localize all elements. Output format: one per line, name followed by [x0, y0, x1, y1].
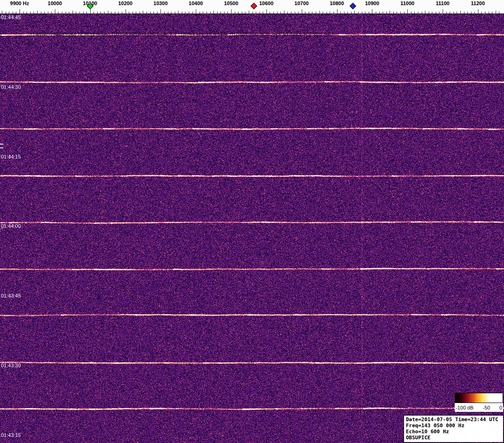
ruler-tick: [263, 12, 263, 13]
time-offset-annotation: ^t+39: [21, 40, 34, 46]
marker-blue[interactable]: [350, 3, 356, 9]
ruler-tick: [362, 12, 362, 13]
ruler-tick: [206, 12, 207, 13]
ruler-tick: [414, 12, 415, 13]
freq-tick-label: 10800: [330, 0, 344, 6]
ruler-tick: [48, 12, 48, 13]
ruler-tick: [115, 12, 115, 13]
ruler-tick: [467, 12, 468, 13]
ruler-tick: [404, 12, 405, 13]
ruler-tick: [150, 12, 151, 13]
ruler-tick: [326, 12, 327, 13]
spectrogram-canvas[interactable]: [0, 14, 504, 443]
ruler-tick: [55, 9, 55, 13]
ruler-tick: [397, 12, 397, 13]
time-label: 01:44:30: [1, 84, 21, 90]
ruler-tick: [436, 12, 436, 13]
ruler-tick: [393, 12, 394, 13]
db-mid-label: -50: [483, 405, 490, 410]
ruler-tick: [73, 11, 73, 13]
ruler-tick: [146, 12, 147, 13]
ruler-tick: [439, 12, 439, 13]
ruler-tick: [185, 12, 186, 13]
ruler-tick: [182, 12, 182, 13]
ruler-tick: [386, 12, 387, 13]
info-date-time: Date=2014-07-05 Time=23:44 UTC: [406, 417, 501, 423]
ruler-tick: [369, 12, 369, 13]
ruler-tick: [86, 12, 87, 13]
freq-tick-label: 10500: [224, 0, 239, 6]
ruler-tick: [287, 12, 288, 13]
time-tick-mark: [0, 144, 3, 145]
ruler-tick: [400, 12, 401, 13]
db-scale-legend: -100 dB -50 0: [455, 393, 503, 412]
freq-tick-label: 10200: [118, 0, 133, 6]
ruler-tick: [312, 12, 312, 13]
ruler-tick: [175, 12, 175, 13]
freq-tick-label: 10600: [259, 0, 274, 6]
ruler-tick: [284, 11, 285, 13]
ruler-tick: [41, 12, 41, 13]
ruler-tick: [249, 11, 249, 13]
ruler-tick: [168, 12, 168, 13]
ruler-tick: [277, 12, 278, 13]
ruler-tick: [16, 12, 16, 13]
time-label: 01:43:15: [1, 432, 21, 438]
ruler-tick: [133, 12, 133, 13]
ruler-tick: [37, 11, 38, 13]
ruler-tick: [118, 12, 119, 13]
ruler-tick: [330, 12, 330, 13]
ruler-tick: [323, 12, 323, 13]
ruler-tick: [100, 12, 101, 13]
ruler-tick: [203, 12, 203, 13]
ruler-tick: [259, 12, 260, 13]
ruler-tick: [291, 12, 292, 13]
ruler-tick: [13, 12, 13, 13]
ruler-tick: [496, 11, 496, 13]
ruler-tick: [481, 12, 482, 13]
ruler-tick: [245, 12, 245, 13]
ruler-tick: [160, 9, 161, 13]
ruler-tick: [429, 12, 429, 13]
ruler-tick: [213, 11, 214, 13]
ruler-tick: [340, 12, 341, 13]
ruler-tick: [97, 12, 98, 13]
waterfall-area: 20140705234439180 hCnt37 nb-86 f10598 bi…: [0, 14, 504, 443]
ruler-tick: [2, 11, 2, 13]
ruler-tick: [407, 9, 408, 13]
ruler-tick: [464, 12, 464, 13]
ruler-tick: [27, 12, 27, 13]
marker-red[interactable]: [251, 3, 257, 9]
ruler-tick: [9, 12, 9, 13]
ruler-tick: [104, 12, 105, 13]
time-label: 01:44:15: [1, 154, 21, 159]
ruler-tick: [319, 11, 320, 13]
freq-tick-label: 10400: [189, 0, 203, 6]
ruler-tick: [457, 12, 457, 13]
ruler-tick: [273, 12, 274, 13]
freq-tick-label: 11200: [471, 0, 485, 6]
ruler-tick: [358, 12, 358, 13]
ruler-tick: [231, 9, 232, 13]
ruler-tick: [122, 12, 122, 13]
freq-tick-label: 11100: [436, 0, 449, 6]
ruler-tick: [270, 12, 270, 13]
ruler-tick: [316, 12, 316, 13]
event-detection-annotation: 20140705234439180 hCnt37 nb-86 f10598 bi…: [27, 32, 334, 37]
ruler-tick: [309, 12, 309, 13]
ruler-tick: [305, 12, 305, 13]
ruler-tick: [376, 12, 376, 13]
ruler-tick: [474, 12, 475, 13]
ruler-tick: [217, 12, 218, 13]
info-echo: Echo=10 600 Hz: [406, 429, 501, 435]
time-label: 01:43:30: [1, 363, 21, 368]
ruler-tick: [390, 11, 390, 13]
ruler-tick: [432, 12, 432, 13]
ruler-tick: [189, 12, 189, 13]
ruler-tick: [411, 12, 411, 13]
ruler-tick: [354, 11, 355, 13]
ruler-tick: [453, 12, 454, 13]
ruler-tick: [93, 12, 94, 13]
ruler-tick: [143, 11, 143, 13]
ruler-tick: [383, 12, 383, 13]
